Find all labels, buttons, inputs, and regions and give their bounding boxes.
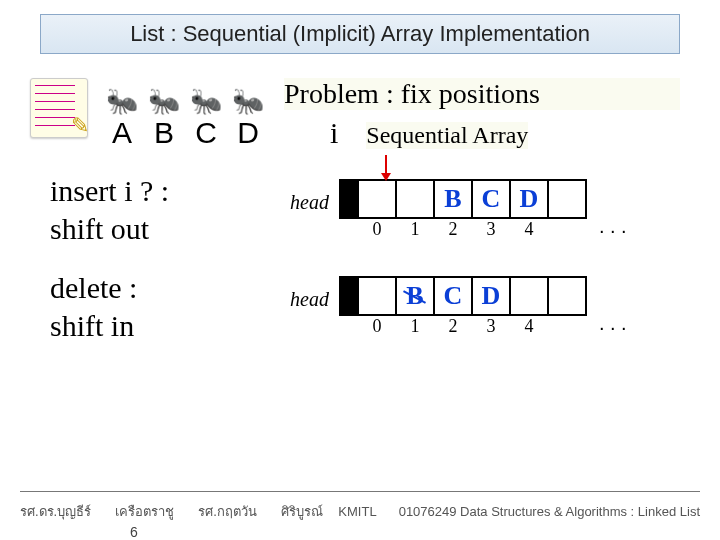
head-label: head	[290, 288, 329, 311]
ant-icon: 🐜	[106, 88, 138, 114]
sequential-array-label: Sequential Array	[366, 122, 528, 149]
head-label: head	[290, 191, 329, 214]
array-index: 1	[395, 316, 435, 337]
ellipsis: . . .	[599, 312, 627, 335]
svg-marker-1	[381, 173, 391, 181]
array-cell	[547, 276, 587, 316]
author-1b: เครือตราชู	[115, 501, 174, 522]
institution: KMITL	[338, 504, 376, 519]
letter-c: C	[195, 116, 217, 150]
ellipsis: . . .	[599, 215, 627, 238]
array-cell	[357, 276, 397, 316]
insert-text: insert i ? : shift out	[50, 172, 260, 247]
ant-icon: 🐜	[190, 88, 222, 114]
array-cell: D	[509, 179, 549, 219]
delete-array: head B C D 0 1 2 3 4 . . .	[290, 276, 627, 337]
array-cell: C	[433, 276, 473, 316]
problem-text: Problem : fix positions	[284, 78, 680, 110]
ant-letters: 🐜A 🐜B 🐜C 🐜D	[106, 88, 264, 150]
array-index: 3	[471, 316, 511, 337]
slide-title: List : Sequential (Implicit) Array Imple…	[40, 14, 680, 54]
array-index: 4	[509, 219, 549, 240]
array-cell-struck: B	[395, 276, 435, 316]
array-index: 4	[509, 316, 549, 337]
course-title: 01076249 Data Structures & Algorithms : …	[399, 504, 700, 519]
notepad-icon	[30, 78, 88, 138]
array-cell	[509, 276, 549, 316]
ant-icon: 🐜	[232, 88, 264, 114]
array-index: 2	[433, 219, 473, 240]
array-cell	[547, 179, 587, 219]
head-cell	[339, 276, 359, 316]
delete-text: delete : shift in	[50, 269, 260, 344]
letter-b: B	[154, 116, 174, 150]
array-index: 0	[357, 316, 397, 337]
footer: รศ.ดร.บุญธีร์ เครือตราชู รศ.กฤตวัน ศิริบ…	[20, 501, 700, 522]
author-2b: ศิริบูรณ์	[281, 501, 323, 522]
head-cell	[339, 179, 359, 219]
array-cell: C	[471, 179, 511, 219]
top-row: 🐜A 🐜B 🐜C 🐜D Problem : fix positions i Se…	[0, 78, 720, 150]
array-index: 1	[395, 219, 435, 240]
insert-array: head B C D 0 1 2 3 4 . . .	[290, 179, 627, 240]
insert-section: insert i ? : shift out head B C D 0 1 2 …	[0, 172, 720, 247]
author-1: รศ.ดร.บุญธีร์	[20, 501, 91, 522]
array-index: 0	[357, 219, 397, 240]
delete-section: delete : shift in head B C D 0 1 2 3 4	[0, 269, 720, 344]
array-index: 2	[433, 316, 473, 337]
page-number: 6	[130, 524, 138, 540]
array-cell: D	[471, 276, 511, 316]
array-cell: B	[433, 179, 473, 219]
i-label: i	[330, 116, 338, 150]
array-cell	[357, 179, 397, 219]
letter-d: D	[237, 116, 259, 150]
array-cell	[395, 179, 435, 219]
letter-a: A	[112, 116, 132, 150]
array-index: 3	[471, 219, 511, 240]
footer-divider	[20, 491, 700, 492]
ant-icon: 🐜	[148, 88, 180, 114]
author-2: รศ.กฤตวัน	[198, 501, 257, 522]
